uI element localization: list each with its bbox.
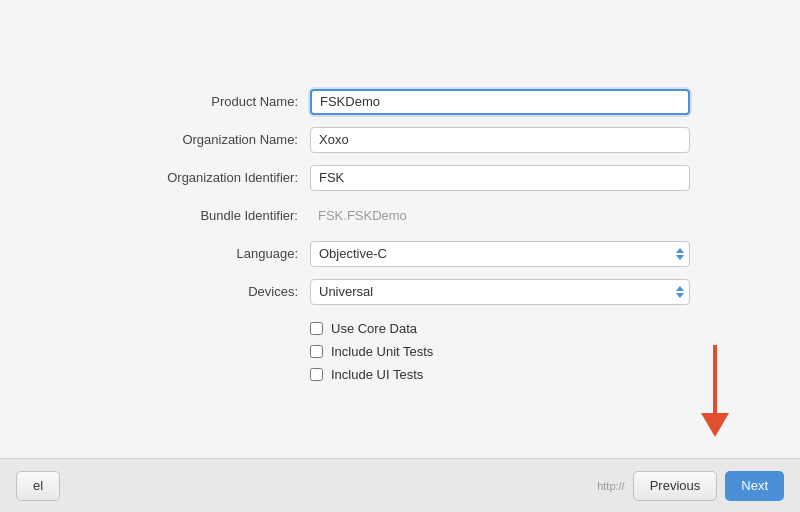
org-name-row: Organization Name: — [110, 127, 690, 153]
product-name-input[interactable] — [310, 89, 690, 115]
product-name-label: Product Name: — [110, 94, 310, 109]
devices-label: Devices: — [110, 284, 310, 299]
bundle-identifier-label: Bundle Identifier: — [110, 208, 310, 223]
org-identifier-row: Organization Identifier: — [110, 165, 690, 191]
checkboxes-area: Use Core Data Include Unit Tests Include… — [310, 317, 690, 382]
content-area: Product Name: Organization Name: Organiz… — [0, 0, 800, 458]
language-select[interactable]: Objective-C Swift — [310, 241, 690, 267]
url-text: http:// — [597, 480, 625, 492]
form-panel: Product Name: Organization Name: Organiz… — [110, 89, 690, 390]
cancel-button[interactable]: el — [16, 471, 60, 501]
devices-select[interactable]: Universal iPhone iPad — [310, 279, 690, 305]
org-name-input[interactable] — [310, 127, 690, 153]
include-ui-tests-label: Include UI Tests — [331, 367, 423, 382]
devices-select-wrapper: Universal iPhone iPad — [310, 279, 690, 305]
org-identifier-label: Organization Identifier: — [110, 170, 310, 185]
include-unit-tests-row: Include Unit Tests — [310, 344, 690, 359]
include-unit-tests-checkbox[interactable] — [310, 345, 323, 358]
org-name-label: Organization Name: — [110, 132, 310, 147]
main-container: Product Name: Organization Name: Organiz… — [0, 0, 800, 512]
language-label: Language: — [110, 246, 310, 261]
bottom-bar: el http:// Previous Next — [0, 458, 800, 512]
next-button[interactable]: Next — [725, 471, 784, 501]
bundle-identifier-row: Bundle Identifier: FSK.FSKDemo — [110, 203, 690, 229]
language-select-wrapper: Objective-C Swift — [310, 241, 690, 267]
bundle-identifier-value: FSK.FSKDemo — [310, 203, 690, 229]
use-core-data-row: Use Core Data — [310, 321, 690, 336]
use-core-data-label: Use Core Data — [331, 321, 417, 336]
org-identifier-input[interactable] — [310, 165, 690, 191]
include-ui-tests-row: Include UI Tests — [310, 367, 690, 382]
language-row: Language: Objective-C Swift — [110, 241, 690, 267]
devices-row: Devices: Universal iPhone iPad — [110, 279, 690, 305]
product-name-row: Product Name: — [110, 89, 690, 115]
bottom-left: el — [16, 471, 60, 501]
include-ui-tests-checkbox[interactable] — [310, 368, 323, 381]
include-unit-tests-label: Include Unit Tests — [331, 344, 433, 359]
previous-button[interactable]: Previous — [633, 471, 718, 501]
use-core-data-checkbox[interactable] — [310, 322, 323, 335]
bottom-right: http:// Previous Next — [597, 471, 784, 501]
